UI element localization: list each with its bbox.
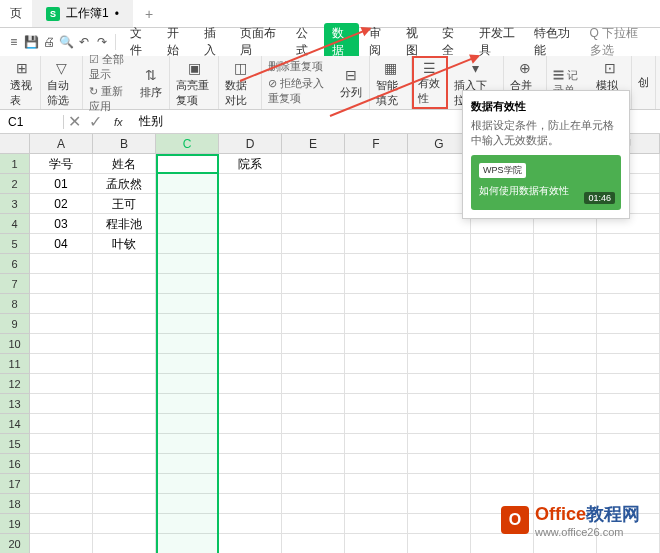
cell[interactable] bbox=[534, 434, 597, 454]
cell[interactable]: 院系 bbox=[219, 154, 282, 174]
row-header[interactable]: 16 bbox=[0, 454, 30, 474]
cell[interactable] bbox=[345, 354, 408, 374]
cell[interactable] bbox=[156, 374, 219, 394]
cell[interactable] bbox=[534, 334, 597, 354]
cell[interactable] bbox=[597, 434, 660, 454]
cell[interactable] bbox=[408, 314, 471, 334]
cell[interactable] bbox=[345, 254, 408, 274]
cell[interactable]: 姓名 bbox=[93, 154, 156, 174]
cell[interactable] bbox=[30, 294, 93, 314]
cell[interactable] bbox=[282, 334, 345, 354]
cell[interactable] bbox=[408, 474, 471, 494]
cell[interactable] bbox=[597, 414, 660, 434]
cell[interactable] bbox=[30, 494, 93, 514]
cell[interactable] bbox=[156, 174, 219, 194]
cell[interactable] bbox=[534, 294, 597, 314]
cell[interactable] bbox=[156, 234, 219, 254]
cell[interactable] bbox=[534, 454, 597, 474]
cell[interactable] bbox=[93, 514, 156, 534]
cell[interactable] bbox=[597, 474, 660, 494]
cell[interactable] bbox=[597, 254, 660, 274]
cell[interactable] bbox=[219, 294, 282, 314]
tool-fill[interactable]: ▦ 智能填充 bbox=[370, 56, 412, 109]
tool-filter[interactable]: ▽ 自动筛选 bbox=[41, 56, 83, 109]
cell[interactable] bbox=[408, 494, 471, 514]
cell[interactable] bbox=[156, 534, 219, 553]
cell[interactable] bbox=[597, 234, 660, 254]
cell[interactable] bbox=[156, 394, 219, 414]
cell[interactable] bbox=[93, 354, 156, 374]
cell[interactable] bbox=[408, 294, 471, 314]
cell[interactable] bbox=[282, 214, 345, 234]
cell[interactable] bbox=[219, 274, 282, 294]
tool-validation[interactable]: ☰ 有效性 bbox=[412, 56, 448, 109]
cell[interactable]: 王可 bbox=[93, 194, 156, 214]
cell[interactable] bbox=[471, 234, 534, 254]
cell[interactable] bbox=[93, 314, 156, 334]
cell[interactable] bbox=[597, 334, 660, 354]
cell[interactable] bbox=[93, 494, 156, 514]
cell[interactable]: 孟欣然 bbox=[93, 174, 156, 194]
cell[interactable] bbox=[93, 474, 156, 494]
col-header-f[interactable]: F bbox=[345, 134, 408, 153]
cell[interactable] bbox=[93, 454, 156, 474]
cell[interactable] bbox=[219, 474, 282, 494]
menu-icon[interactable]: ≡ bbox=[6, 32, 22, 52]
row-header[interactable]: 20 bbox=[0, 534, 30, 553]
cell[interactable]: 03 bbox=[30, 214, 93, 234]
save-icon[interactable]: 💾 bbox=[24, 32, 40, 52]
reapply-btn[interactable]: ↻ 重新应用 bbox=[89, 84, 127, 114]
cell[interactable] bbox=[471, 394, 534, 414]
cell[interactable] bbox=[534, 274, 597, 294]
tool-compare[interactable]: ◫ 数据对比 bbox=[219, 56, 261, 109]
active-doc-tab[interactable]: S 工作簿1 • bbox=[32, 0, 133, 27]
cell[interactable] bbox=[156, 474, 219, 494]
row-header[interactable]: 19 bbox=[0, 514, 30, 534]
tool-highlight[interactable]: ▣ 高亮重复项 bbox=[170, 56, 219, 109]
cell[interactable] bbox=[597, 394, 660, 414]
cell[interactable] bbox=[471, 334, 534, 354]
cell[interactable]: 性别 bbox=[156, 154, 219, 174]
cell[interactable] bbox=[534, 254, 597, 274]
cell[interactable] bbox=[534, 414, 597, 434]
cell[interactable] bbox=[345, 434, 408, 454]
cell[interactable] bbox=[156, 514, 219, 534]
cell[interactable] bbox=[345, 234, 408, 254]
select-all-btn[interactable]: ☑ 全部显示 bbox=[89, 52, 127, 82]
cell[interactable] bbox=[30, 314, 93, 334]
cell[interactable] bbox=[219, 314, 282, 334]
cell[interactable] bbox=[30, 394, 93, 414]
row-header[interactable]: 12 bbox=[0, 374, 30, 394]
cell[interactable] bbox=[219, 374, 282, 394]
cell[interactable] bbox=[30, 474, 93, 494]
cell[interactable] bbox=[471, 474, 534, 494]
cell[interactable] bbox=[282, 394, 345, 414]
col-header-c[interactable]: C bbox=[156, 134, 219, 153]
cell[interactable] bbox=[534, 354, 597, 374]
preview-icon[interactable]: 🔍 bbox=[59, 32, 75, 52]
cell[interactable] bbox=[219, 214, 282, 234]
cell[interactable] bbox=[156, 314, 219, 334]
cell[interactable] bbox=[282, 314, 345, 334]
cell[interactable] bbox=[282, 354, 345, 374]
cell[interactable] bbox=[30, 514, 93, 534]
cell[interactable] bbox=[471, 454, 534, 474]
cell[interactable] bbox=[93, 414, 156, 434]
cell[interactable] bbox=[408, 514, 471, 534]
cell[interactable] bbox=[156, 414, 219, 434]
fx-icon[interactable]: fx bbox=[106, 116, 131, 128]
select-all-corner[interactable] bbox=[0, 134, 30, 153]
cell[interactable] bbox=[282, 414, 345, 434]
row-header[interactable]: 7 bbox=[0, 274, 30, 294]
cell[interactable] bbox=[345, 474, 408, 494]
cell[interactable] bbox=[219, 394, 282, 414]
cell[interactable] bbox=[219, 434, 282, 454]
cell[interactable] bbox=[471, 254, 534, 274]
cell[interactable] bbox=[30, 454, 93, 474]
row-header[interactable]: 1 bbox=[0, 154, 30, 174]
cell[interactable] bbox=[30, 274, 93, 294]
cell[interactable] bbox=[345, 414, 408, 434]
cell[interactable] bbox=[282, 274, 345, 294]
cell[interactable] bbox=[408, 354, 471, 374]
cell[interactable] bbox=[345, 214, 408, 234]
